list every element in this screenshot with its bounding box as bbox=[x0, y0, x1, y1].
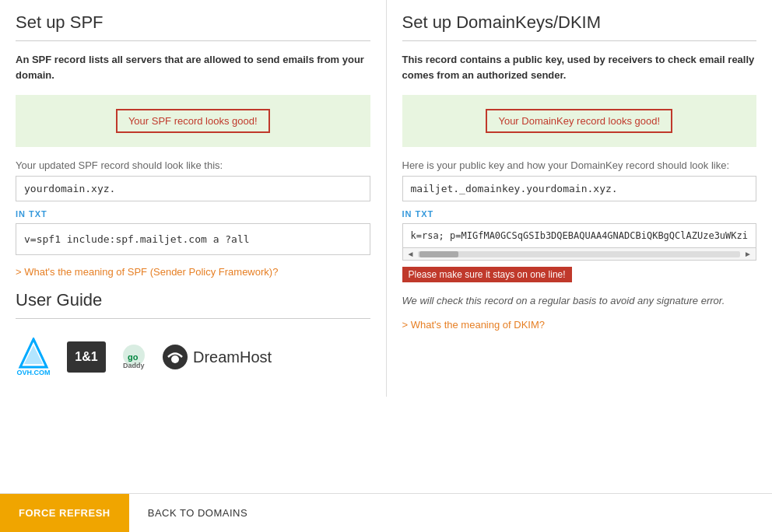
dkim-in-txt-label: IN TXT bbox=[402, 209, 757, 219]
dkim-domain-box: mailjet._domainkey.yourdomain.xyz. bbox=[402, 176, 757, 201]
spf-success-badge: Your SPF record looks good! bbox=[116, 109, 270, 133]
spf-in-txt-label: IN TXT bbox=[16, 209, 370, 219]
ovh-icon bbox=[16, 338, 51, 369]
godaddy-icon: go Daddy bbox=[121, 343, 146, 371]
scroll-left-arrow[interactable]: ◄ bbox=[405, 250, 417, 258]
dkim-record-label: Here is your public key and how your Dom… bbox=[402, 159, 757, 171]
dkim-success-badge: Your DomainKey record looks good! bbox=[486, 109, 672, 133]
user-guide-title: User Guide bbox=[16, 290, 370, 310]
force-refresh-button[interactable]: FORCE REFRESH bbox=[0, 494, 129, 532]
svg-text:go: go bbox=[128, 352, 139, 362]
spf-record-label: Your updated SPF record should look like… bbox=[16, 159, 370, 171]
dreamhost-logo-item[interactable]: DreamHost bbox=[162, 344, 272, 370]
godaddy-svg: go Daddy bbox=[121, 343, 146, 371]
dreamhost-icon: DreamHost bbox=[162, 344, 272, 370]
spf-panel: Set up SPF An SPF record lists all serve… bbox=[0, 0, 387, 397]
ovh-logo-item[interactable]: OVH.COM bbox=[16, 338, 51, 376]
user-guide-divider bbox=[16, 318, 370, 319]
dkim-description: This record contains a public key, used … bbox=[402, 52, 757, 82]
logos-row: OVH.COM 1&1 go Daddy bbox=[16, 330, 370, 384]
scrollbar-track bbox=[418, 251, 740, 257]
spf-divider bbox=[16, 40, 370, 41]
spf-faq-link[interactable]: What's the meaning of SPF (Sender Policy… bbox=[16, 266, 370, 278]
dkim-divider bbox=[402, 40, 757, 41]
spf-description: An SPF record lists all servers that are… bbox=[16, 52, 370, 82]
one-and-one-icon: 1&1 bbox=[67, 341, 106, 373]
dkim-error-badge: Please make sure it stays on one line! bbox=[402, 267, 572, 282]
scrollbar-thumb bbox=[419, 251, 458, 257]
dkim-scrollbar[interactable]: ◄ ► bbox=[402, 248, 757, 261]
svg-point-6 bbox=[171, 355, 179, 363]
svg-text:Daddy: Daddy bbox=[123, 362, 145, 369]
one-and-one-logo-item[interactable]: 1&1 bbox=[67, 341, 106, 373]
dkim-title: Set up DomainKeys/DKIM bbox=[402, 12, 757, 33]
spf-success-box: Your SPF record looks good! bbox=[16, 95, 370, 147]
dkim-success-box: Your DomainKey record looks good! bbox=[402, 95, 757, 147]
godaddy-logo-item[interactable]: go Daddy bbox=[121, 343, 146, 371]
dkim-italic-note: We will check this record on a regular b… bbox=[402, 295, 757, 306]
back-to-domains-button[interactable]: BACK TO DOMAINS bbox=[129, 494, 266, 532]
scroll-right-arrow[interactable]: ► bbox=[742, 250, 754, 258]
dkim-faq-link[interactable]: What's the meaning of DKIM? bbox=[402, 319, 757, 331]
dkim-panel: Set up DomainKeys/DKIM This record conta… bbox=[387, 0, 773, 397]
spf-domain-box: yourdomain.xyz. bbox=[16, 176, 370, 201]
spf-title: Set up SPF bbox=[16, 12, 370, 33]
dreamhost-svg bbox=[162, 344, 188, 370]
spf-value-box: v=spf1 include:spf.mailjet.com a ?all bbox=[16, 223, 370, 255]
dkim-value-box: k=rsa; p=MIGfMA0GCSqGSIb3DQEBAQUAA4GNADC… bbox=[402, 223, 757, 248]
footer: FORCE REFRESH BACK TO DOMAINS bbox=[0, 493, 772, 532]
